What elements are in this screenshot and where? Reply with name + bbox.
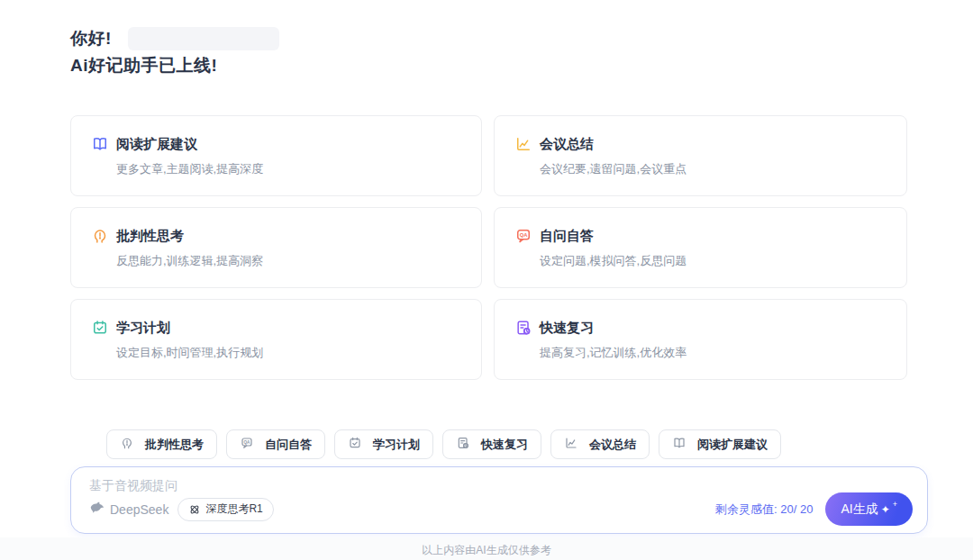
calendar-check-icon bbox=[91, 319, 109, 337]
feature-cards-grid: 阅读扩展建议 更多文章,主题阅读,提高深度 会议总结 会议纪要,遗留问题,会议重… bbox=[70, 115, 973, 380]
line-chart-icon bbox=[514, 135, 532, 153]
ai-disclaimer-text: 以上内容由AI生成仅供参考 bbox=[422, 544, 550, 556]
username-skeleton bbox=[128, 27, 279, 50]
card-study-plan[interactable]: 学习计划 设定目标,时间管理,执行规划 bbox=[70, 299, 482, 380]
headline-text: Ai好记助手已上线! bbox=[70, 54, 973, 77]
card-critical-thinking[interactable]: 批判性思考 反思能力,训练逻辑,提高洞察 bbox=[70, 207, 482, 288]
suggestion-chips-row: 批判性思考 QA 自问自答 学习计划 bbox=[106, 429, 973, 459]
card-title: 快速复习 bbox=[540, 320, 594, 337]
svg-text:QA: QA bbox=[244, 439, 251, 444]
card-title: 批判性思考 bbox=[116, 228, 184, 245]
ai-generate-button[interactable]: AI生成 ✦ + bbox=[825, 492, 913, 526]
card-description: 设定问题,模拟问答,反思问题 bbox=[540, 253, 906, 269]
line-chart-icon bbox=[564, 436, 582, 454]
chip-meeting-summary[interactable]: 会议总结 bbox=[550, 429, 650, 459]
chip-critical-thinking[interactable]: 批判性思考 bbox=[106, 429, 217, 459]
deep-think-label: 深度思考R1 bbox=[205, 501, 262, 517]
prompt-input[interactable] bbox=[89, 478, 630, 492]
model-brand: DeepSeek bbox=[89, 501, 168, 518]
card-title: 阅读扩展建议 bbox=[116, 136, 197, 153]
chip-quick-review[interactable]: 快速复习 bbox=[442, 429, 541, 459]
card-description: 反思能力,训练逻辑,提高洞察 bbox=[116, 253, 481, 269]
footer: 以上内容由AI生成仅供参考 bbox=[0, 537, 973, 560]
chip-self-qa[interactable]: QA 自问自答 bbox=[226, 429, 325, 459]
book-icon bbox=[672, 436, 690, 454]
chip-label: 快速复习 bbox=[481, 437, 528, 453]
card-description: 会议纪要,遗留问题,会议重点 bbox=[540, 161, 906, 177]
chip-label: 学习计划 bbox=[373, 437, 420, 453]
deep-think-mode-pill[interactable]: 深度思考R1 bbox=[177, 498, 273, 521]
head-exclamation-icon bbox=[91, 227, 109, 245]
card-title: 学习计划 bbox=[116, 320, 170, 337]
chip-reading-suggestions[interactable]: 阅读扩展建议 bbox=[659, 429, 781, 459]
book-icon bbox=[91, 135, 109, 153]
svg-text:QA: QA bbox=[520, 232, 529, 238]
sparkle-icon: ✦ bbox=[881, 504, 890, 515]
card-description: 提高复习,记忆训练,优化效率 bbox=[540, 345, 906, 361]
card-self-qa[interactable]: QA 自问自答 设定问题,模拟问答,反思问题 bbox=[494, 207, 907, 288]
head-exclamation-icon bbox=[120, 436, 138, 454]
doc-clock-icon bbox=[514, 319, 532, 337]
qa-bubble-icon: QA bbox=[514, 227, 532, 245]
doc-clock-icon bbox=[456, 436, 474, 454]
card-title: 自问自答 bbox=[540, 228, 594, 245]
chip-label: 会议总结 bbox=[589, 437, 636, 453]
chip-study-plan[interactable]: 学习计划 bbox=[334, 429, 433, 459]
calendar-check-icon bbox=[348, 436, 366, 454]
qa-bubble-icon: QA bbox=[240, 436, 258, 454]
sparkle-plus-icon: + bbox=[893, 501, 897, 509]
deepseek-whale-icon bbox=[89, 501, 106, 518]
credits-remaining: 剩余灵感值: 20/ 20 bbox=[715, 501, 813, 518]
model-name-label: DeepSeek bbox=[110, 502, 168, 517]
chip-label: 批判性思考 bbox=[145, 437, 204, 453]
card-meeting-summary[interactable]: 会议总结 会议纪要,遗留问题,会议重点 bbox=[494, 115, 907, 196]
prompt-composer: DeepSeek 深度思考R1 剩余灵感值: 20/ 20 AI生成 ✦ + bbox=[70, 466, 928, 534]
ai-generate-label: AI生成 bbox=[841, 501, 878, 518]
card-reading-suggestions[interactable]: 阅读扩展建议 更多文章,主题阅读,提高深度 bbox=[70, 115, 482, 196]
chip-label: 阅读扩展建议 bbox=[697, 437, 768, 453]
greeting-text: 你好! bbox=[70, 27, 112, 50]
card-title: 会议总结 bbox=[540, 136, 594, 153]
page: 你好! Ai好记助手已上线! 阅读扩展建议 更多文章,主题阅读,提高深度 bbox=[0, 0, 973, 560]
card-quick-review[interactable]: 快速复习 提高复习,记忆训练,优化效率 bbox=[494, 299, 907, 380]
card-description: 设定目标,时间管理,执行规划 bbox=[116, 345, 481, 361]
card-description: 更多文章,主题阅读,提高深度 bbox=[116, 161, 481, 177]
chip-label: 自问自答 bbox=[265, 437, 312, 453]
deep-think-icon bbox=[188, 503, 201, 516]
